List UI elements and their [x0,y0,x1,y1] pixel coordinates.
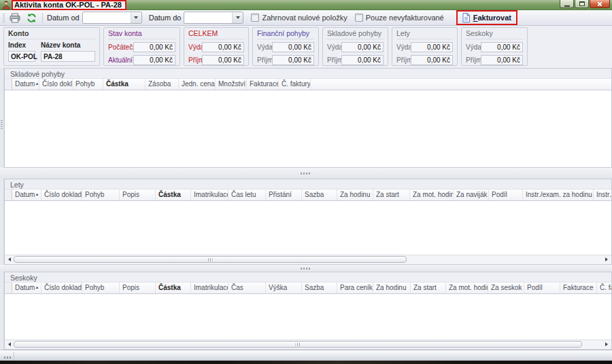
print-button[interactable] [8,11,22,24]
column-header-imatrikulace[interactable]: Imatrikulace [191,283,228,293]
column-header-za-start[interactable]: Za start [373,189,410,200]
close-button[interactable] [590,0,610,8]
column-header-popis[interactable]: Popis [120,189,156,200]
fakturovat-button[interactable]: Fakturovat [461,12,513,23]
toolbar-grip[interactable] [3,13,5,22]
scroll-left-button[interactable] [5,255,14,263]
column-header-pohyb[interactable]: Pohyb [82,283,120,293]
panel-field-row: Příjmy0,00 Kč [327,55,384,65]
field-label: Aktuální [108,56,133,64]
column-header-za-seskok[interactable]: Za seskok [488,283,524,293]
column-label: Za naviják [456,191,488,198]
scrollbar-thumb[interactable] [14,341,582,348]
column-label: Popis [122,284,139,291]
column-header-sazba[interactable]: Sazba [302,189,337,200]
field-value: 0,00 Kč [481,55,523,65]
field-value: 0,00 Kč [411,42,453,52]
checkbox-label: Zahrnovat nulové položky [262,14,347,22]
column-label: Imatrikulace [194,284,228,291]
column-header-datum[interactable]: Datum▲ [12,189,41,200]
column-label: Sazba [305,284,324,291]
chevron-down-icon [236,16,240,19]
column-header-č-faktury[interactable]: Č. faktury [597,283,611,293]
column-header-datum[interactable]: Datum▲ [12,79,39,90]
scrollbar-thumb[interactable] [14,256,407,263]
refresh-button[interactable] [24,11,38,24]
datum-do-label: Datum do [149,14,182,22]
nazev-konta-label: Název konta [41,41,95,49]
column-header-imatrikulace[interactable]: Imatrikulace [191,189,228,200]
column-header-částka[interactable]: Částka [156,189,191,200]
title-bar[interactable]: Aktivita konta OK-POL - PA-28 [0,0,612,10]
scroll-left-button[interactable] [5,340,14,348]
column-header-částka[interactable]: Částka [156,283,191,293]
field-label: Příjmy [327,56,341,64]
column-header-přistání[interactable]: Přistání [266,189,302,200]
column-header-instr-exam[interactable]: Instr./exam. [594,189,611,200]
datum-od-dropdown-button[interactable] [131,12,141,23]
datum-do-dropdown-button[interactable] [232,12,243,23]
column-header-pohyb[interactable]: Pohyb [73,79,103,90]
panel-title: Stav konta [108,29,175,39]
person-icon [2,1,10,10]
column-label: Č. faktury [282,80,311,88]
status-bar [0,350,612,361]
scroll-right-button[interactable] [602,340,611,348]
panel-field-row: Aktuální0,00 Kč [108,55,175,65]
column-header-za-mot-hodinu[interactable]: Za mot. hodinu [410,189,454,200]
column-header-fakturace[interactable]: Fakturace [560,283,597,293]
column-header-fakturace[interactable]: Fakturace [247,79,279,90]
datum-do-value[interactable] [184,12,232,23]
column-header-zásoba[interactable]: Zásoba [146,79,179,90]
datum-do-combobox[interactable] [184,12,243,24]
horizontal-splitter[interactable] [0,265,612,272]
row-selector-header [5,79,12,90]
column-header-sazba[interactable]: Sazba [302,283,337,293]
column-label: Zásoba [148,80,171,88]
column-header-číslo-dokladu[interactable]: Číslo dokladu [39,79,73,90]
column-header-za-hodinu[interactable]: Za hodinu [337,189,373,200]
minimize-button[interactable] [560,0,574,8]
column-header-za-hodinu[interactable]: Za hodinu [373,283,411,293]
column-header-č-faktury[interactable]: Č. faktury [279,79,311,90]
column-header-množství[interactable]: Množství [216,79,247,90]
column-header-čas[interactable]: Čas [228,283,266,293]
maximize-button[interactable] [575,0,589,8]
index-label: Index [8,41,35,49]
column-header-za-start[interactable]: Za start [411,283,446,293]
column-header-za-mot-hodinu[interactable]: Za mot. hodinu [446,283,488,293]
column-header-para-ceník[interactable]: Para ceník [337,283,373,293]
column-header-podíl[interactable]: Podíl [524,283,560,293]
grid-body-lety [5,201,611,255]
column-header-číslo-dokladu[interactable]: Číslo dokladu [41,283,82,293]
checkbox-icon[interactable] [251,14,259,22]
datum-od-value[interactable] [83,12,131,23]
column-label: Para ceník [340,284,373,291]
column-header-jedn-cena[interactable]: Jedn. cena [179,79,216,90]
splitter-grip-icon [301,268,311,270]
column-header-číslo-dokladu[interactable]: Číslo dokladu [41,189,82,200]
window-controls [560,0,610,8]
column-header-čas-letu[interactable]: Čas letu [228,189,266,200]
column-header-za-naviják[interactable]: Za naviják [454,189,489,200]
column-header-výška[interactable]: Výška [266,283,302,293]
refresh-icon [27,13,37,23]
field-value: 0,00 Kč [202,55,244,65]
column-header-částka[interactable]: Částka [103,79,146,90]
checkbox-pouze-nevyfakturovane[interactable]: Pouze nevyfakturované [355,14,444,22]
column-header-podíl[interactable]: Podíl [489,189,523,200]
checkbox-zahrnovat-nulove[interactable]: Zahrnovat nulové položky [251,14,347,22]
checkbox-icon[interactable] [355,14,363,22]
column-header-datum[interactable]: Datum▲ [12,283,41,293]
column-header-popis[interactable]: Popis [120,283,156,293]
nazev-konta-value: PA-28 [41,51,95,62]
datum-od-combobox[interactable] [82,12,142,24]
horizontal-scrollbar-lety[interactable] [5,255,611,264]
horizontal-splitter[interactable] [0,168,612,179]
column-label: Instr./exam. za hodinu [526,191,592,198]
column-header-instr-exam-za-hodinu[interactable]: Instr./exam. za hodinu [523,189,594,200]
column-header-pohyb[interactable]: Pohyb [82,189,120,200]
horizontal-scrollbar-seskoky[interactable] [5,340,611,349]
splitter-grip-icon [1,119,3,129]
scroll-right-button[interactable] [602,255,611,263]
